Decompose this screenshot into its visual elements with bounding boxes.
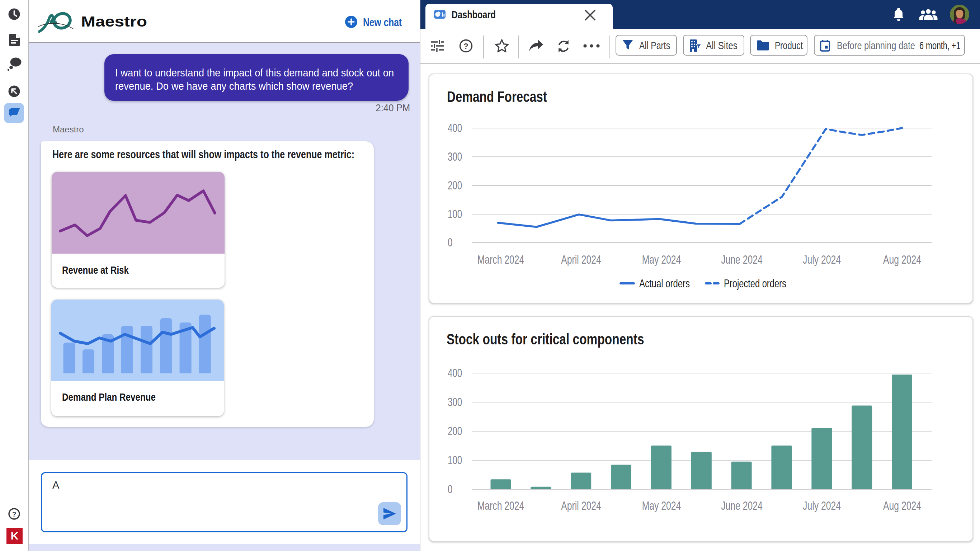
svg-text:0: 0 (448, 236, 452, 249)
svg-text:June 2024: June 2024 (721, 499, 763, 512)
svg-text:200: 200 (448, 424, 462, 438)
svg-text:300: 300 (448, 395, 462, 409)
svg-text:?: ? (12, 510, 16, 518)
svg-text:May 2024: May 2024 (642, 499, 681, 512)
svg-text:200: 200 (448, 178, 462, 192)
svg-text:Projected orders: Projected orders (724, 277, 786, 290)
svg-text:100: 100 (448, 207, 462, 221)
svg-text:March 2024: March 2024 (477, 253, 525, 266)
svg-text:400: 400 (448, 121, 462, 135)
svg-text:April 2024: April 2024 (561, 253, 601, 266)
svg-text:April 2024: April 2024 (561, 499, 601, 512)
svg-text:June 2024: June 2024 (721, 253, 763, 266)
svg-text:Actual orders: Actual orders (639, 277, 690, 290)
svg-text:July 2024: July 2024 (803, 253, 841, 266)
svg-text:400: 400 (448, 366, 462, 379)
svg-text:July 2024: July 2024 (803, 499, 841, 512)
svg-text:Aug 2024: Aug 2024 (883, 499, 921, 512)
svg-text:?: ? (463, 41, 468, 51)
svg-text:0: 0 (448, 483, 452, 496)
svg-text:300: 300 (448, 150, 462, 163)
svg-text:100: 100 (448, 454, 462, 467)
svg-text:May 2024: May 2024 (642, 253, 681, 266)
svg-text:March 2024: March 2024 (477, 499, 525, 512)
svg-text:Aug 2024: Aug 2024 (883, 253, 921, 266)
